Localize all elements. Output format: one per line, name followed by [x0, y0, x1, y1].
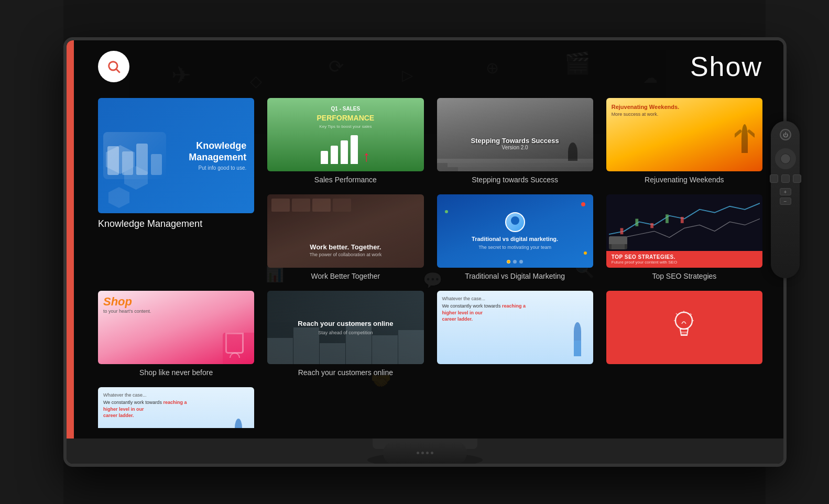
remote-control: ⏻ + − — [771, 121, 800, 278]
tv-stand-bar — [67, 439, 783, 467]
card-idea[interactable] — [606, 291, 762, 377]
card-label-reach: Reach your customers online — [267, 368, 423, 377]
card-label-knowledge: Knowledge Management — [98, 218, 254, 229]
svg-line-13 — [676, 313, 678, 315]
svg-rect-4 — [650, 223, 653, 228]
remote-btn-home[interactable] — [781, 174, 790, 183]
svg-rect-5 — [666, 214, 669, 223]
svg-rect-2 — [620, 228, 623, 234]
search-button[interactable] — [98, 51, 129, 82]
card-shop[interactable]: Shop to your heart's content. — [98, 291, 254, 377]
sidebar-accent — [67, 40, 74, 439]
card-reach-customers[interactable]: Reach your customers online Stay ahead o… — [267, 291, 423, 377]
remote-btn-menu[interactable] — [793, 174, 801, 183]
card-label-sales: Sales Performance — [267, 176, 423, 184]
vol-up-button[interactable]: + — [780, 188, 791, 195]
card-label-work: Work Better Together — [267, 272, 423, 280]
header: Show — [98, 51, 762, 82]
card-trad-digital[interactable]: Traditional vs digital marketing. The se… — [437, 194, 593, 280]
svg-point-7 — [675, 312, 692, 329]
card-label-rejuv: Rejuvenating Weekends — [606, 176, 762, 184]
card-career-2[interactable]: Whatever the case... We constantly work … — [98, 387, 254, 428]
card-stepping-success[interactable]: Stepping Towards Success Version 2.0 Ste… — [437, 98, 593, 184]
volume-controls: + − — [780, 188, 791, 205]
svg-line-1 — [116, 69, 119, 72]
card-label-shop: Shop like never before — [98, 368, 254, 377]
svg-rect-6 — [681, 217, 684, 223]
remote-buttons — [770, 174, 801, 183]
card-top-seo[interactable]: TOP SEO STRATEGIES. Future proof your co… — [606, 194, 762, 280]
dpad[interactable] — [775, 148, 796, 169]
power-button[interactable]: ⏻ — [780, 129, 791, 140]
svg-point-0 — [109, 62, 117, 70]
content-grid: KnowledgeManagement Put info good to use… — [98, 98, 762, 428]
page-title: Show — [690, 51, 762, 82]
card-label-trad: Traditional vs Digital Marketing — [437, 272, 593, 280]
card-sales-performance[interactable]: Q1 - SALES PERFORMANCE Key Tips to boost… — [267, 98, 423, 184]
svg-rect-3 — [635, 219, 638, 226]
card-work-better[interactable]: Work better. Together. The power of coll… — [267, 194, 423, 280]
card-rejuvenating[interactable]: Rejuvenating Weekends. More success at w… — [606, 98, 762, 184]
card-label-seo: Top SEO Strategies — [606, 272, 762, 280]
remote-btn-back[interactable] — [770, 174, 778, 183]
card-knowledge-management[interactable]: KnowledgeManagement Put info good to use… — [98, 98, 254, 280]
vol-down-button[interactable]: − — [780, 198, 791, 205]
card-career-1[interactable]: Whatever the case... We constantly work … — [437, 291, 593, 377]
card-label-success: Stepping towards Success — [437, 176, 593, 184]
set-top-box — [383, 441, 467, 465]
